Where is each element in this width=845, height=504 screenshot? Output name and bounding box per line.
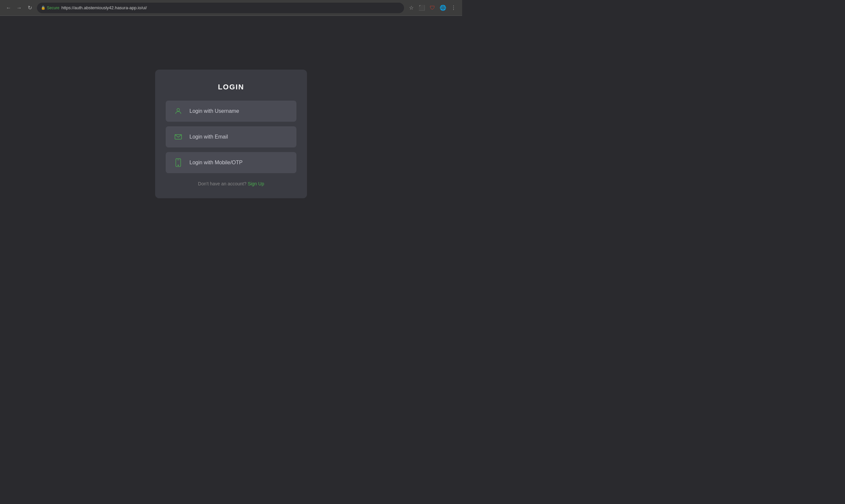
login-card: LOGIN Login with Username [155, 70, 307, 198]
back-button[interactable]: ← [4, 3, 13, 13]
login-mobile-button[interactable]: Login with Mobile/OTP [166, 152, 296, 173]
signup-section: Don't have an account? Sign Up [198, 181, 264, 186]
svg-point-0 [177, 109, 179, 111]
secure-label: Secure [47, 6, 59, 10]
login-email-label: Login with Email [190, 134, 228, 140]
forward-button[interactable]: → [15, 3, 24, 13]
mobile-icon [174, 158, 183, 167]
login-title: LOGIN [218, 83, 244, 91]
email-icon [174, 132, 183, 142]
reload-button[interactable]: ↻ [25, 3, 34, 13]
ublock-button[interactable]: 🛡 [428, 3, 437, 13]
lock-icon: 🔒 [41, 6, 46, 10]
menu-button[interactable]: ⋮ [449, 3, 458, 13]
signup-prompt: Don't have an account? [198, 181, 247, 186]
user-icon [174, 107, 183, 116]
url-text: https://auth.abstemiously42.hasura-app.i… [61, 5, 147, 10]
other-extension-button[interactable]: 🌐 [438, 3, 447, 13]
signup-link[interactable]: Sign Up [248, 181, 264, 186]
nav-buttons: ← → ↻ [4, 3, 34, 13]
browser-chrome: ← → ↻ 🔒 Secure https://auth.abstemiously… [0, 0, 462, 16]
url-display: https://auth.abstemiously42.hasura-app.i… [61, 5, 147, 10]
login-options: Login with Username Login with Email [166, 101, 296, 173]
main-content: LOGIN Login with Username [0, 16, 462, 252]
svg-point-3 [178, 165, 179, 166]
login-username-label: Login with Username [190, 108, 239, 114]
extensions-button[interactable]: ⬛ [417, 3, 426, 13]
browser-actions: ☆ ⬛ 🛡 🌐 ⋮ [407, 3, 458, 13]
address-bar[interactable]: 🔒 Secure https://auth.abstemiously42.has… [37, 3, 404, 13]
login-mobile-label: Login with Mobile/OTP [190, 160, 243, 166]
login-username-button[interactable]: Login with Username [166, 101, 296, 122]
bookmark-button[interactable]: ☆ [407, 3, 416, 13]
secure-indicator: 🔒 Secure [41, 6, 59, 10]
login-email-button[interactable]: Login with Email [166, 126, 296, 147]
